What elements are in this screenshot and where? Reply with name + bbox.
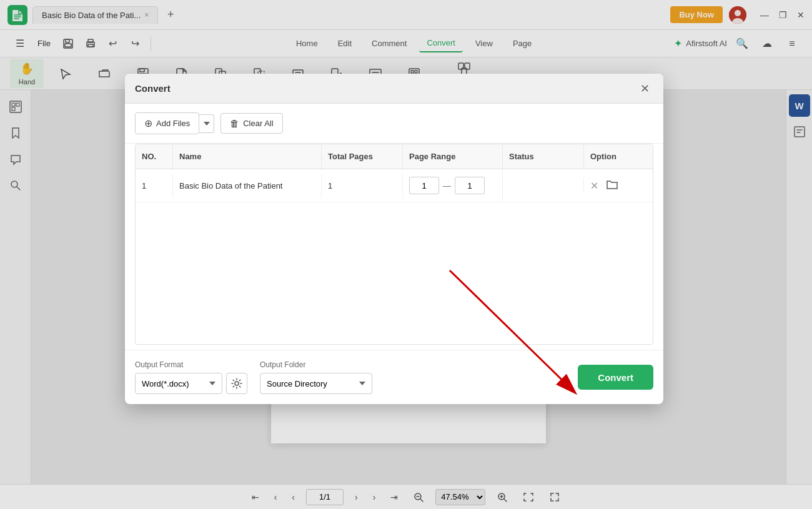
add-files-button[interactable]: ⊕ Add Files <box>135 112 199 134</box>
col-name: Name <box>173 144 322 169</box>
cell-name: Basic Bio Data of the Patient <box>173 174 322 198</box>
dialog-header: Convert ✕ <box>125 74 663 104</box>
output-folder-group: Output Folder Source Directory Custom... <box>260 360 372 394</box>
format-settings-button[interactable] <box>226 373 247 394</box>
cell-option: ✕ <box>584 171 653 200</box>
files-table: NO. Name Total Pages Page Range Status O… <box>135 144 653 345</box>
output-format-group: Output Format Word(*.docx) Excel(*.xlsx)… <box>135 360 247 394</box>
convert-button[interactable]: Convert <box>578 365 653 390</box>
clear-all-label: Clear All <box>243 119 273 128</box>
delete-file-button[interactable]: ✕ <box>590 180 598 192</box>
trash-icon: 🗑 <box>230 118 239 129</box>
add-files-group: ⊕ Add Files <box>135 112 214 134</box>
col-option: Option <box>584 144 653 169</box>
cell-total-pages: 1 <box>322 174 403 198</box>
output-folder-label: Output Folder <box>260 360 372 369</box>
convert-dialog: Convert ✕ ⊕ Add Files 🗑 Clear All NO. Na… <box>125 74 663 404</box>
open-folder-button[interactable] <box>606 179 618 193</box>
page-range-to-input[interactable] <box>455 177 485 194</box>
footer-left: Output Format Word(*.docx) Excel(*.xlsx)… <box>135 360 372 394</box>
cell-page-range: — <box>403 169 503 202</box>
output-folder-select[interactable]: Source Directory Custom... <box>260 373 372 394</box>
col-page-range: Page Range <box>403 144 503 169</box>
col-total-pages: Total Pages <box>322 144 403 169</box>
table-body: 1 Basic Bio Data of the Patient 1 — ✕ <box>136 169 653 344</box>
dialog-toolbar: ⊕ Add Files 🗑 Clear All <box>125 104 663 144</box>
format-row: Word(*.docx) Excel(*.xlsx) PowerPoint(*.… <box>135 373 247 394</box>
dialog-footer: Output Format Word(*.docx) Excel(*.xlsx)… <box>125 350 663 404</box>
add-files-label: Add Files <box>156 119 190 128</box>
range-dash: — <box>443 181 451 190</box>
clear-all-button[interactable]: 🗑 Clear All <box>220 113 282 134</box>
output-format-label: Output Format <box>135 360 247 369</box>
cell-status <box>503 178 584 193</box>
col-status: Status <box>503 144 584 169</box>
table-row: 1 Basic Bio Data of the Patient 1 — ✕ <box>136 169 653 202</box>
dialog-title: Convert <box>135 83 171 94</box>
cell-no: 1 <box>136 174 173 198</box>
col-no: NO. <box>136 144 173 169</box>
add-icon: ⊕ <box>144 117 152 129</box>
output-format-select[interactable]: Word(*.docx) Excel(*.xlsx) PowerPoint(*.… <box>135 373 222 394</box>
add-files-dropdown-button[interactable] <box>199 114 214 133</box>
dialog-close-button[interactable]: ✕ <box>636 80 653 97</box>
page-range-from-input[interactable] <box>409 177 439 194</box>
table-header: NO. Name Total Pages Page Range Status O… <box>136 144 653 169</box>
svg-point-37 <box>235 382 239 385</box>
